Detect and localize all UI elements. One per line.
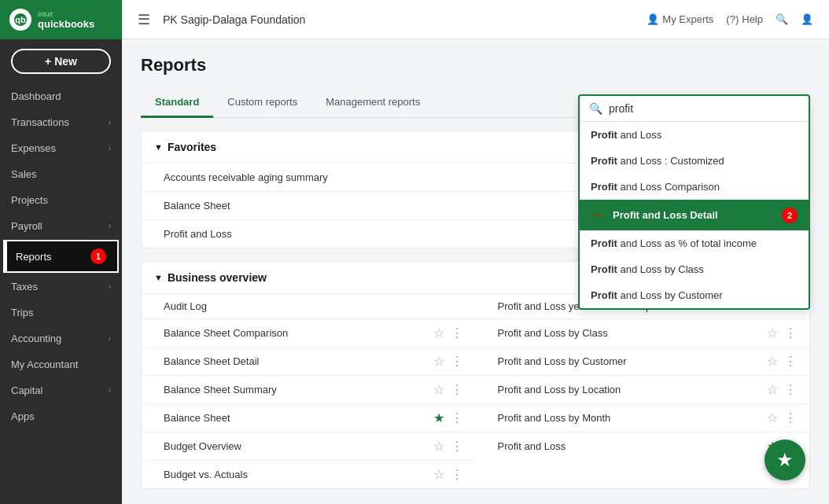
search-result-profit-loss-detail[interactable]: ← Profit and Loss Detail 2 bbox=[580, 200, 809, 230]
more-options-icon[interactable]: ⋮ bbox=[451, 439, 463, 454]
sidebar-item-payroll[interactable]: Payroll › bbox=[0, 213, 122, 239]
left-col: Audit Log Balance Sheet Comparison ☆ ⋮ B… bbox=[142, 293, 476, 488]
list-item: Audit Log bbox=[142, 293, 476, 318]
red-arrow-icon: ← bbox=[591, 207, 605, 223]
sidebar-item-capital[interactable]: Capital › bbox=[0, 377, 122, 403]
chevron-right-icon: › bbox=[109, 386, 111, 395]
dropdown-badge: 2 bbox=[782, 208, 798, 223]
help-icon: (?) bbox=[726, 13, 739, 25]
search-result-profit-loss-class[interactable]: Profit and Loss by Class bbox=[580, 256, 809, 282]
sidebar-item-apps[interactable]: Apps bbox=[0, 403, 122, 429]
more-options-icon[interactable]: ⋮ bbox=[451, 354, 463, 369]
more-options-icon[interactable]: ⋮ bbox=[784, 354, 797, 369]
star-empty-icon[interactable]: ☆ bbox=[433, 439, 444, 454]
floating-star-button[interactable]: ★ bbox=[765, 440, 805, 480]
list-item: Budget vs. Actuals ☆ ⋮ bbox=[142, 460, 476, 488]
star-empty-icon[interactable]: ☆ bbox=[767, 326, 778, 340]
right-col: Profit and Loss year-to-date comparison … bbox=[476, 293, 810, 488]
star-filled-icon[interactable]: ★ bbox=[433, 410, 444, 425]
sidebar-item-sales[interactable]: Sales bbox=[0, 161, 122, 187]
star-empty-icon[interactable]: ☆ bbox=[433, 382, 444, 397]
more-options-icon[interactable]: ⋮ bbox=[784, 410, 797, 425]
search-result-profit-loss-customized[interactable]: Profit and Loss : Customized bbox=[580, 148, 809, 174]
page-title: Reports bbox=[141, 55, 810, 75]
topbar-actions: 👤 My Experts (?) Help 🔍 👤 bbox=[647, 13, 813, 25]
sidebar-item-my-accountant[interactable]: My Accountant bbox=[0, 351, 122, 377]
list-item: Budget Overview ☆ ⋮ bbox=[142, 432, 476, 460]
sidebar-item-trips[interactable]: Trips bbox=[0, 300, 122, 326]
more-options-icon[interactable]: ⋮ bbox=[451, 326, 463, 340]
sidebar-item-accounting[interactable]: Accounting › bbox=[0, 326, 122, 351]
sidebar-item-reports-container: Reports 1 bbox=[3, 240, 119, 273]
sidebar-item-reports[interactable]: Reports 1 bbox=[3, 240, 119, 273]
tab-management-reports[interactable]: Management reports bbox=[311, 88, 434, 118]
chevron-right-icon: › bbox=[109, 118, 111, 127]
search-dropdown: 🔍 Profit and Loss Profit and Loss : Cust… bbox=[578, 94, 810, 310]
star-empty-icon[interactable]: ☆ bbox=[767, 382, 778, 397]
list-item: Balance Sheet Detail ☆ ⋮ bbox=[142, 347, 476, 375]
chevron-right-icon: › bbox=[109, 144, 111, 153]
svg-text:qb: qb bbox=[15, 15, 26, 24]
chevron-right-icon: › bbox=[109, 222, 111, 230]
user-avatar-button[interactable]: 👤 bbox=[801, 13, 813, 25]
quickbooks-logo-icon: qb bbox=[9, 9, 31, 31]
business-overview-grid: Audit Log Balance Sheet Comparison ☆ ⋮ B… bbox=[142, 293, 809, 488]
sidebar-item-expenses[interactable]: Expenses › bbox=[0, 135, 122, 161]
sidebar-item-dashboard[interactable]: Dashboard bbox=[0, 83, 122, 109]
list-item: Balance Sheet Summary ☆ ⋮ bbox=[142, 375, 476, 403]
sidebar: qb intuit quickbooks + New Dashboard Tra… bbox=[0, 0, 122, 504]
sidebar-item-taxes[interactable]: Taxes › bbox=[0, 274, 122, 300]
star-empty-icon[interactable]: ☆ bbox=[767, 354, 778, 369]
person-icon: 👤 bbox=[647, 13, 659, 25]
star-empty-icon[interactable]: ☆ bbox=[767, 410, 778, 425]
more-options-icon[interactable]: ⋮ bbox=[451, 467, 463, 482]
chevron-right-icon: › bbox=[109, 334, 111, 343]
search-input-row: 🔍 bbox=[580, 96, 809, 122]
main-content: ☰ PK Sagip-Dalaga Foundation 👤 My Expert… bbox=[122, 0, 829, 504]
more-options-icon[interactable]: ⋮ bbox=[451, 382, 463, 397]
list-item: Balance Sheet ★ ⋮ bbox=[142, 403, 476, 432]
search-icon: 🔍 bbox=[589, 102, 602, 115]
more-options-icon[interactable]: ⋮ bbox=[451, 410, 463, 425]
star-empty-icon[interactable]: ☆ bbox=[433, 354, 444, 369]
search-button[interactable]: 🔍 bbox=[776, 13, 788, 25]
search-result-profit-loss-customer[interactable]: Profit and Loss by Customer bbox=[580, 282, 809, 308]
list-item: Profit and Loss by Customer ☆ ⋮ bbox=[476, 347, 810, 375]
search-result-profit-loss-pct[interactable]: Profit and Loss as % of total income bbox=[580, 230, 809, 256]
menu-icon[interactable]: ☰ bbox=[138, 11, 150, 28]
more-options-icon[interactable]: ⋮ bbox=[784, 326, 797, 340]
search-result-profit-loss[interactable]: Profit and Loss bbox=[580, 122, 809, 148]
reports-badge: 1 bbox=[90, 248, 106, 264]
sidebar-item-projects[interactable]: Projects bbox=[0, 187, 122, 213]
star-empty-icon[interactable]: ☆ bbox=[433, 326, 444, 340]
content-area: Reports Standard Custom reports Manageme… bbox=[122, 39, 829, 504]
sidebar-nav: Dashboard Transactions › Expenses › Sale… bbox=[0, 83, 122, 504]
chevron-down-icon: ▼ bbox=[154, 273, 163, 282]
my-experts-button[interactable]: 👤 My Experts bbox=[647, 13, 713, 25]
list-item: Profit and Loss ★ ⋮ bbox=[476, 432, 810, 460]
star-icon: ★ bbox=[776, 449, 794, 471]
sidebar-logo: qb intuit quickbooks bbox=[0, 0, 122, 39]
list-item: Profit and Loss by Month ☆ ⋮ bbox=[476, 403, 810, 432]
help-button[interactable]: (?) Help bbox=[726, 13, 763, 25]
new-button[interactable]: + New bbox=[11, 49, 111, 74]
list-item: Balance Sheet Comparison ☆ ⋮ bbox=[142, 318, 476, 347]
search-input[interactable] bbox=[609, 102, 799, 115]
tab-custom-reports[interactable]: Custom reports bbox=[213, 88, 311, 118]
topbar-title: PK Sagip-Dalaga Foundation bbox=[163, 13, 634, 26]
list-item: Profit and Loss by Class ☆ ⋮ bbox=[476, 318, 810, 347]
topbar: ☰ PK Sagip-Dalaga Foundation 👤 My Expert… bbox=[122, 0, 829, 39]
favorites-label: Favorites bbox=[168, 141, 216, 153]
more-options-icon[interactable]: ⋮ bbox=[784, 382, 797, 397]
chevron-right-icon: › bbox=[109, 282, 111, 291]
logo-text: intuit quickbooks bbox=[38, 10, 94, 30]
tab-standard[interactable]: Standard bbox=[141, 88, 213, 118]
business-overview-label: Business overview bbox=[168, 271, 267, 284]
star-empty-icon[interactable]: ☆ bbox=[433, 467, 444, 482]
list-item: Profit and Loss by Location ☆ ⋮ bbox=[476, 375, 810, 403]
sidebar-item-transactions[interactable]: Transactions › bbox=[0, 109, 122, 135]
search-result-profit-loss-comparison[interactable]: Profit and Loss Comparison bbox=[580, 174, 809, 200]
chevron-down-icon: ▼ bbox=[154, 142, 163, 152]
